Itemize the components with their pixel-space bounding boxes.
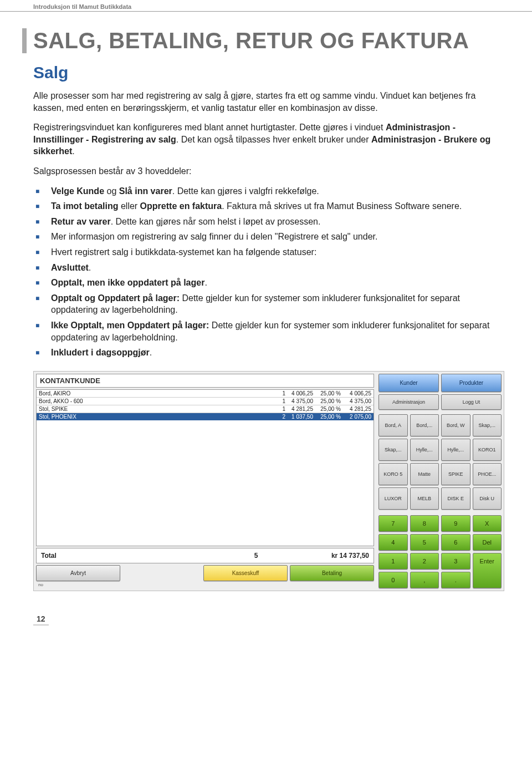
product-button[interactable]: DISK E: [441, 487, 470, 510]
product-button[interactable]: Disk U: [473, 487, 502, 510]
product-button[interactable]: KORO 5: [378, 463, 408, 485]
keypad-key[interactable]: 8: [410, 515, 439, 532]
paragraph: Alle prosesser som har med registrering …: [33, 90, 504, 114]
product-button[interactable]: PHOE...: [473, 463, 502, 485]
product-button[interactable]: Bord, A: [378, 414, 408, 436]
keypad-key[interactable]: 7: [378, 515, 408, 532]
keypad-key[interactable]: ,: [410, 572, 439, 588]
keypad-key[interactable]: 6: [441, 534, 470, 551]
keypad-key[interactable]: Del: [473, 534, 502, 551]
line-items-table: Bord, AKIRO14 006,2525,00 %4 006,25 Bord…: [36, 389, 374, 546]
product-button[interactable]: Matte: [410, 463, 439, 485]
product-button[interactable]: LUXOR: [378, 487, 408, 510]
running-header: Introduksjon til Mamut Butikkdata: [0, 0, 532, 12]
cancel-button[interactable]: Avbryt: [36, 565, 120, 581]
keypad-key[interactable]: 9: [441, 515, 470, 532]
product-button[interactable]: MELB: [410, 487, 439, 510]
list-item: Avsluttet.: [48, 262, 504, 274]
keypad-key[interactable]: X: [473, 515, 502, 532]
keypad-key[interactable]: 4: [378, 534, 408, 551]
table-row: Stol, SPIKE14 281,2525,00 %4 281,25: [37, 405, 374, 413]
list-item: Hvert registrert salg i butikkdata-syste…: [48, 246, 504, 258]
list-item: Ta imot betaling eller Opprette en faktu…: [48, 200, 504, 212]
product-button[interactable]: SPIKE: [441, 463, 470, 485]
products-button[interactable]: Produkter: [441, 374, 502, 392]
table-row: Bord, AKIRO14 006,2525,00 %4 006,25: [37, 390, 374, 397]
bullet-list: Velge Kunde og Slå inn varer. Dette kan …: [33, 185, 504, 359]
customers-button[interactable]: Kunder: [378, 374, 439, 392]
page-title: SALG, BETALING, RETUR OG FAKTURA: [22, 28, 504, 53]
table-row-selected: Stol, PHOENIX21 037,5025,00 %2 075,00: [37, 413, 374, 420]
admin-button[interactable]: Administrasjon: [378, 394, 439, 410]
payment-button[interactable]: Betaling: [290, 565, 374, 581]
list-item: Opptalt og Oppdatert på lager: Dette gje…: [48, 292, 504, 316]
product-button[interactable]: KORO1: [473, 439, 502, 461]
section-title: Salg: [33, 63, 504, 82]
keypad: 7 8 9 X 4 5 6 Del 1 2 3 Enter 0 , .: [378, 515, 502, 588]
product-button[interactable]: Hylle,...: [410, 439, 439, 461]
paragraph: Salgsprosessen består av 3 hoveddeler:: [33, 165, 504, 177]
list-item: Inkludert i dagsoppgjør.: [48, 347, 504, 359]
keypad-key[interactable]: 1: [378, 553, 408, 570]
total-bar: Total 5 kr 14 737,50: [36, 548, 374, 563]
list-item: Velge Kunde og Slå inn varer. Dette kan …: [48, 185, 504, 197]
product-button[interactable]: Bord, W: [441, 414, 470, 436]
paragraph: Registreringsvinduet kan konfigureres me…: [33, 121, 504, 157]
pos-screenshot: KONTANTKUNDE Bord, AKIRO14 006,2525,00 %…: [33, 371, 504, 591]
product-grid: Bord, A Bord,... Bord, W Skap,... Skap,.…: [378, 414, 502, 510]
table-row: Bord, AKKO - 60014 375,0025,00 %4 375,00: [37, 397, 374, 405]
keypad-key[interactable]: 2: [410, 553, 439, 570]
status-text: no: [36, 581, 374, 588]
cashdrawer-button[interactable]: Kasseskuff: [203, 565, 288, 581]
list-item: Retur av varer. Dette kan gjøres når som…: [48, 216, 504, 228]
keypad-key-enter[interactable]: Enter: [473, 553, 502, 588]
product-button[interactable]: Skap,...: [378, 439, 408, 461]
list-item: Mer informasjon om registrering av salg …: [48, 231, 504, 243]
product-button[interactable]: Bord,...: [410, 414, 439, 436]
keypad-key[interactable]: 3: [441, 553, 470, 570]
logout-button[interactable]: Logg Ut: [441, 394, 502, 410]
keypad-key[interactable]: 0: [378, 572, 408, 588]
product-button[interactable]: Hylle,...: [441, 439, 470, 461]
list-item: Opptalt, men ikke oppdatert på lager.: [48, 277, 504, 289]
keypad-key[interactable]: .: [441, 572, 470, 588]
list-item: Ikke Opptalt, men Oppdatert på lager: De…: [48, 319, 504, 343]
product-button[interactable]: Skap,...: [473, 414, 502, 436]
keypad-key[interactable]: 5: [410, 534, 439, 551]
page-number: 12: [33, 613, 49, 626]
customer-label: KONTANTKUNDE: [36, 374, 374, 388]
